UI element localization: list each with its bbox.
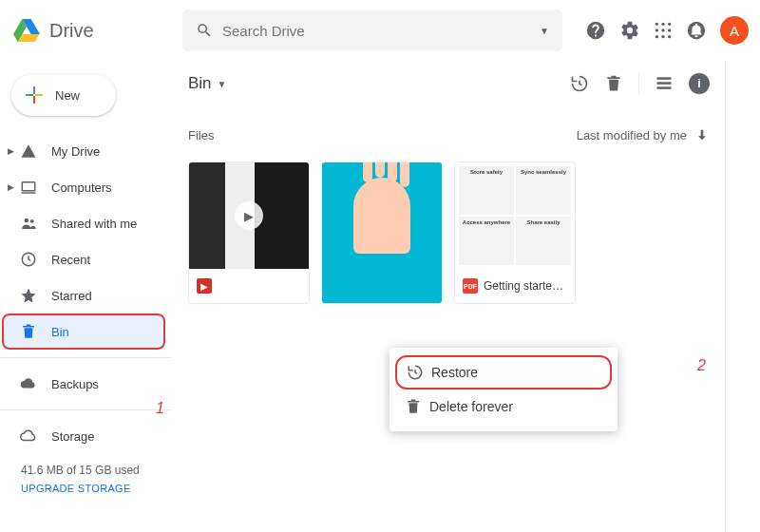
svg-point-12: [30, 219, 34, 223]
sidebar-item-shared[interactable]: Shared with me: [0, 205, 171, 241]
svg-rect-14: [657, 77, 672, 80]
sidebar-item-backups[interactable]: Backups: [0, 366, 171, 402]
pdf-file-icon: PDF: [463, 278, 478, 294]
sidebar-item-bin[interactable]: Bin: [2, 314, 165, 350]
svg-point-8: [668, 35, 671, 38]
file-card-pdf[interactable]: Store safely Sync seamlessly Access anyw…: [454, 162, 576, 304]
play-icon: ▶: [235, 201, 263, 230]
image-thumbnail: [322, 162, 442, 269]
brand[interactable]: Drive: [11, 15, 182, 46]
divider: [0, 409, 171, 410]
sidebar-item-recent[interactable]: Recent: [0, 241, 171, 277]
sidebar-item-label: Recent: [51, 253, 90, 267]
notifications-icon[interactable]: [686, 20, 707, 41]
new-button-label: New: [55, 88, 80, 103]
plus-icon: [23, 84, 46, 106]
sidebar-item-label: Bin: [51, 325, 69, 339]
video-file-icon: ▶: [197, 278, 212, 294]
sidebar-item-storage[interactable]: Storage: [0, 418, 171, 454]
divider: [0, 357, 171, 358]
svg-point-3: [656, 28, 658, 31]
info-panel-gutter: [726, 61, 760, 532]
apps-grid-icon[interactable]: [654, 21, 673, 40]
sort-control[interactable]: Last modified by me: [577, 127, 710, 142]
computer-icon: [17, 179, 40, 196]
search-icon: [196, 22, 213, 39]
file-grid: ▶ ▶: [188, 162, 710, 304]
divider: [638, 73, 639, 94]
svg-point-1: [661, 23, 664, 26]
storage-info: 41.6 MB of 15 GB used UPGRADE STORAGE: [0, 454, 171, 494]
top-bar: Drive ▼ A: [0, 0, 760, 61]
clock-icon: [17, 251, 40, 268]
menu-item-label: Restore: [431, 365, 478, 380]
breadcrumb-label: Bin: [188, 74, 212, 93]
sidebar-item-label: Starred: [51, 289, 92, 303]
file-name: Getting starte…: [484, 279, 567, 293]
svg-point-5: [668, 28, 671, 31]
sidebar-item-label: My Drive: [51, 144, 100, 159]
trash-icon: [17, 323, 40, 340]
svg-point-4: [661, 28, 664, 31]
file-card-image[interactable]: [321, 162, 443, 304]
svg-point-2: [668, 23, 671, 26]
sidebar-item-label: Backups: [51, 377, 99, 391]
breadcrumb[interactable]: Bin ▼: [188, 74, 226, 93]
menu-item-delete-forever[interactable]: Delete forever: [390, 390, 618, 424]
restore-icon: [407, 364, 431, 381]
svg-point-0: [656, 23, 658, 26]
svg-point-7: [661, 35, 664, 38]
sidebar-item-computers[interactable]: ▶ Computers: [0, 169, 171, 205]
file-card-video[interactable]: ▶ ▶: [188, 162, 310, 304]
cloud-outline-icon: [17, 428, 40, 445]
annotation-1: 1: [156, 400, 164, 417]
upgrade-storage-link[interactable]: UPGRADE STORAGE: [21, 483, 171, 494]
people-icon: [17, 215, 40, 232]
restore-all-icon[interactable]: [570, 74, 589, 93]
svg-rect-10: [22, 182, 35, 191]
sidebar-item-starred[interactable]: Starred: [0, 277, 171, 314]
chevron-down-icon: ▼: [218, 79, 227, 89]
context-menu: Restore 2 Delete forever: [390, 348, 618, 431]
svg-point-11: [25, 218, 29, 223]
sidebar-item-label: Shared with me: [51, 217, 137, 231]
cloud-solid-icon: [17, 375, 40, 392]
empty-trash-icon[interactable]: [604, 74, 623, 93]
breadcrumb-row: Bin ▼ i: [188, 61, 710, 106]
content-area: Bin ▼ i Files Last modified by me: [171, 61, 726, 532]
new-button[interactable]: New: [11, 74, 116, 116]
svg-rect-16: [657, 86, 672, 89]
section-row: Files Last modified by me: [188, 116, 710, 154]
search-bar[interactable]: ▼: [182, 10, 562, 51]
pdf-thumbnail: Store safely Sync seamlessly Access anyw…: [455, 162, 575, 269]
video-thumbnail: ▶: [189, 162, 309, 269]
settings-gear-icon[interactable]: [619, 20, 640, 41]
storage-used-text: 41.6 MB of 15 GB used: [21, 464, 171, 477]
help-icon[interactable]: [585, 20, 606, 41]
sidebar: New ▶ My Drive ▶ Computers Shared with m…: [0, 61, 171, 532]
list-view-icon[interactable]: [655, 74, 674, 93]
top-actions: A: [585, 16, 749, 45]
svg-point-6: [656, 35, 658, 38]
sidebar-item-my-drive[interactable]: ▶ My Drive: [0, 133, 171, 169]
expand-caret-icon[interactable]: ▶: [8, 146, 17, 156]
sidebar-item-label: Storage: [51, 429, 95, 444]
drive-logo-icon: [11, 15, 42, 46]
star-icon: [17, 287, 40, 304]
brand-name: Drive: [49, 20, 94, 42]
sort-label: Last modified by me: [577, 128, 687, 142]
account-avatar[interactable]: A: [720, 16, 749, 45]
menu-item-restore[interactable]: Restore 2: [395, 355, 612, 390]
menu-item-label: Delete forever: [429, 399, 513, 414]
arrow-down-icon: [694, 127, 710, 142]
expand-caret-icon[interactable]: ▶: [8, 182, 17, 192]
sidebar-item-label: Computers: [51, 180, 112, 195]
drive-triangle-icon: [17, 142, 40, 160]
info-icon[interactable]: i: [689, 73, 710, 94]
search-options-caret[interactable]: ▼: [540, 26, 549, 36]
search-input[interactable]: [222, 23, 540, 39]
trash-icon: [405, 398, 429, 415]
svg-rect-15: [657, 82, 672, 85]
section-label: Files: [188, 128, 214, 142]
